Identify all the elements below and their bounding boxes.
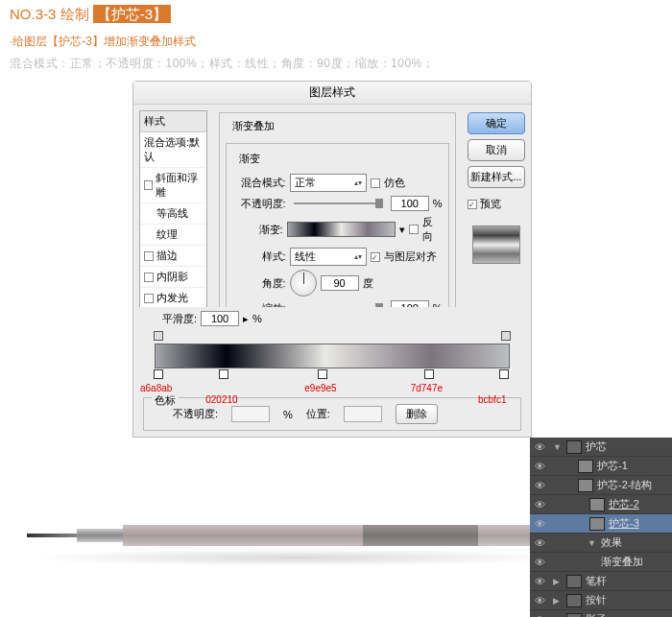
checkbox-icon[interactable] (144, 294, 154, 303)
checkbox-icon[interactable] (144, 273, 154, 282)
opacity-label: 不透明度: (232, 197, 286, 211)
preview-checkbox[interactable] (468, 200, 477, 209)
disclosure-icon[interactable]: ▶ (553, 577, 563, 586)
align-label: 与图层对齐 (384, 249, 437, 264)
stop-opacity-input[interactable] (231, 406, 270, 422)
new-style-button[interactable]: 新建样式... (468, 166, 525, 188)
layer-row[interactable]: 👁▼效果 (530, 534, 672, 553)
layer-name: 护芯 (586, 439, 607, 454)
style-item-innershadow[interactable]: 内阴影 (140, 267, 206, 288)
color-stop[interactable]: a6a8ab (154, 369, 165, 381)
layer-thumb-icon (589, 517, 605, 531)
layer-name: 按针 (586, 593, 607, 607)
stop-position-input[interactable] (344, 406, 382, 422)
angle-input[interactable]: 90 (321, 275, 359, 291)
dropdown-arrow-icon[interactable]: ▾ (399, 224, 405, 236)
disclosure-icon[interactable]: ▶ (553, 596, 563, 605)
dither-checkbox[interactable] (371, 178, 380, 188)
visibility-icon[interactable]: 👁 (534, 537, 545, 549)
layer-thumb-icon (578, 460, 593, 473)
cancel-button[interactable]: 取消 (468, 139, 525, 161)
visibility-icon[interactable]: 👁 (534, 461, 545, 472)
visibility-icon[interactable]: 👁 (534, 480, 545, 491)
smoothness-input[interactable]: 100 (201, 311, 239, 326)
layer-name: 护芯-2-结构 (597, 478, 652, 492)
opacity-input[interactable]: 100 (391, 196, 429, 211)
gradient-bar[interactable]: a6a8ab 020210 e9e9e5 7d747e bcbfc1 (155, 344, 510, 368)
layer-row[interactable]: 👁▶按针 (530, 591, 672, 610)
layer-row[interactable]: 👁渐变叠加 (530, 553, 672, 572)
group-title: 渐变叠加 (229, 119, 277, 133)
opacity-stop[interactable] (501, 331, 511, 341)
inner-group-title: 渐变 (236, 152, 263, 166)
layer-row[interactable]: 👁▶影子 (530, 610, 672, 617)
blend-options-default[interactable]: 混合选项:默认 (140, 132, 206, 168)
color-stop[interactable]: e9e9e5 (318, 369, 329, 381)
layer-thumb-icon (578, 479, 593, 492)
dialog-title: 图层样式 (133, 82, 531, 105)
style-select[interactable]: 线性▴▾ (290, 248, 367, 266)
visibility-icon[interactable]: 👁 (534, 614, 545, 618)
stop-position-label: 位置: (306, 407, 330, 421)
visibility-icon[interactable]: 👁 (534, 518, 545, 530)
layer-row[interactable]: 👁▼护芯 (530, 438, 672, 457)
color-stop[interactable]: 020210 (219, 369, 230, 381)
layer-row[interactable]: 👁护芯-3 (530, 514, 672, 534)
reverse-label: 反向 (422, 215, 443, 244)
layer-row[interactable]: 👁护芯-2-结构 (530, 476, 672, 495)
angle-dial[interactable] (290, 270, 317, 297)
layer-thumb-icon (589, 498, 605, 511)
opacity-slider[interactable] (294, 202, 383, 204)
opacity-stop[interactable] (154, 331, 163, 341)
layer-row[interactable]: 👁▶笔杆 (530, 572, 672, 591)
folder-icon (566, 440, 582, 454)
gradient-editor: 平滑度: 100 ▸ % a6a8ab 020210 e9e9e5 7d747e… (132, 307, 532, 438)
pencil-graphic (27, 524, 564, 547)
disclosure-icon[interactable]: ▼ (553, 442, 563, 452)
folder-icon (566, 575, 582, 588)
layer-name: 渐变叠加 (601, 555, 643, 569)
preview-label: 预览 (480, 197, 501, 211)
layer-name: 笔杆 (586, 574, 607, 588)
ok-button[interactable]: 确定 (468, 112, 525, 134)
visibility-icon[interactable]: 👁 (534, 576, 545, 587)
instruction-line-1: ·给图层【护芯-3】增加渐变叠加样式 (10, 34, 662, 50)
pencil-shadow (29, 549, 566, 566)
blend-mode-select[interactable]: 正常▴▾ (290, 174, 367, 192)
folder-icon (566, 594, 582, 607)
gradient-preview[interactable] (287, 222, 396, 237)
visibility-icon[interactable]: 👁 (534, 557, 545, 568)
style-item-stroke[interactable]: 描边 (140, 246, 206, 267)
dropdown-icon[interactable]: ▸ (243, 313, 249, 325)
style-item-bevel[interactable]: 斜面和浮雕 (140, 168, 206, 203)
preview-swatch (472, 225, 520, 264)
visibility-icon[interactable]: 👁 (534, 595, 545, 606)
layer-name: 护芯-2 (609, 497, 639, 511)
style-item-texture[interactable]: 纹理 (140, 225, 206, 246)
angle-label: 角度: (232, 276, 286, 291)
align-checkbox[interactable] (371, 252, 380, 262)
checkbox-icon[interactable] (144, 180, 153, 190)
disclosure-icon[interactable]: ▼ (588, 538, 597, 548)
sebiao-title: 色标 (152, 393, 179, 408)
style-label: 样式: (232, 249, 286, 264)
reverse-checkbox[interactable] (409, 225, 419, 234)
color-stop[interactable]: bcbfc1 (499, 369, 511, 381)
page-title: NO.3-3 绘制 【护芯-3】 (10, 6, 662, 24)
layers-panel: 👁▼护芯👁护芯-1👁护芯-2-结构👁护芯-2👁护芯-3👁▼效果👁渐变叠加👁▶笔杆… (530, 438, 672, 617)
color-stop[interactable]: 7d747e (424, 369, 436, 381)
delete-stop-button[interactable]: 删除 (396, 404, 438, 424)
gradient-label: 渐变: (232, 223, 283, 237)
updown-icon: ▴▾ (354, 178, 362, 187)
title-highlight: 【护芯-3】 (93, 5, 171, 23)
style-item-contour[interactable]: 等高线 (140, 203, 206, 225)
layer-row[interactable]: 👁护芯-1 (530, 457, 672, 476)
style-item-innerglow[interactable]: 内发光 (140, 288, 206, 309)
folder-icon (566, 613, 582, 618)
checkbox-icon[interactable] (144, 251, 154, 261)
layer-name: 护芯-3 (609, 516, 639, 531)
layer-row[interactable]: 👁护芯-2 (530, 495, 672, 514)
dither-label: 仿色 (384, 176, 405, 190)
visibility-icon[interactable]: 👁 (534, 499, 545, 510)
visibility-icon[interactable]: 👁 (534, 441, 545, 453)
